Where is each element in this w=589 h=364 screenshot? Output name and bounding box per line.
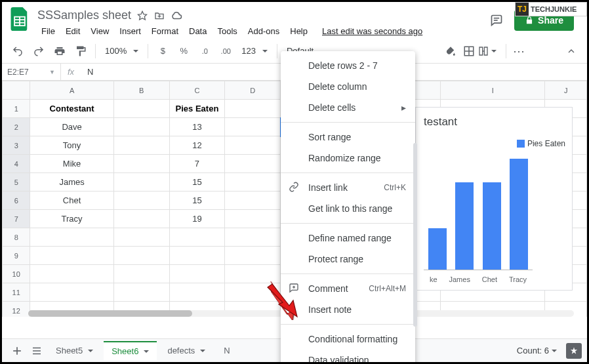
lock-icon: [525, 16, 534, 25]
increase-decimals-button[interactable]: .00: [216, 42, 235, 60]
decrease-decimals-button[interactable]: .0: [195, 42, 214, 60]
selection-count[interactable]: Count: 6: [517, 346, 562, 355]
menu-file[interactable]: File: [37, 25, 59, 37]
ctx-delete-cells[interactable]: Delete cells▸: [281, 97, 415, 118]
paint-format-button[interactable]: [71, 42, 90, 60]
chart[interactable]: testant Pies Eaten ke James Chet Tracy: [415, 107, 573, 291]
cloud-status-icon[interactable]: [171, 10, 182, 22]
menu-view[interactable]: View: [87, 25, 113, 37]
comments-button[interactable]: [487, 10, 506, 30]
col-header: D: [225, 81, 281, 100]
watermark-logo: TJ: [516, 3, 529, 16]
add-sheet-button[interactable]: [7, 341, 27, 361]
watermark: TJ TECHJUNKIE: [515, 2, 587, 16]
borders-button[interactable]: [460, 42, 478, 60]
formula-input[interactable]: N: [81, 67, 93, 77]
link-icon: [289, 182, 300, 194]
ctx-get-link[interactable]: Get link to this range: [281, 198, 415, 219]
share-label: Share: [538, 15, 563, 26]
number-format-select[interactable]: 123: [237, 46, 272, 56]
redo-button[interactable]: [30, 42, 48, 60]
fill-color-button[interactable]: [441, 42, 460, 60]
ctx-conditional-formatting[interactable]: Conditional formatting: [281, 329, 415, 350]
more-button[interactable]: ⋯: [510, 42, 528, 60]
ctx-randomize-range[interactable]: Randomize range: [281, 148, 415, 169]
header: SSSamples sheet File Edit View Insert Fo…: [2, 2, 587, 39]
bar: [455, 182, 474, 270]
doc-title[interactable]: SSSamples sheet: [37, 9, 131, 22]
menu-tools[interactable]: Tools: [213, 25, 241, 37]
bar: [510, 159, 528, 270]
star-icon[interactable]: [136, 10, 148, 22]
ctx-insert-link[interactable]: Insert linkCtrl+K: [281, 177, 415, 198]
menu-format[interactable]: Format: [148, 25, 182, 37]
collapse-toolbar-button[interactable]: [562, 42, 580, 60]
all-sheets-button[interactable]: [27, 341, 47, 361]
bar: [428, 228, 447, 270]
move-icon[interactable]: [153, 10, 165, 22]
zoom-select[interactable]: 100%: [101, 46, 142, 56]
col-header: I: [441, 81, 545, 100]
ctx-delete-column[interactable]: Delete column: [281, 76, 415, 97]
col-header: C: [169, 81, 225, 100]
ctx-protect-range[interactable]: Protect range: [281, 249, 415, 270]
menu-edit[interactable]: Edit: [62, 25, 84, 37]
percent-button[interactable]: %: [174, 42, 193, 60]
chart-title: testant: [424, 115, 564, 129]
menu-addons[interactable]: Add-ons: [244, 25, 283, 37]
tab-next[interactable]: N: [216, 342, 237, 359]
chart-legend: Pies Eaten: [517, 139, 565, 148]
print-button[interactable]: [51, 42, 69, 60]
col-header: J: [545, 81, 587, 100]
ctx-data-validation[interactable]: Data validation: [281, 350, 415, 364]
merge-button[interactable]: [478, 42, 497, 60]
menu-data[interactable]: Data: [185, 25, 211, 37]
tab-defects[interactable]: defects: [159, 342, 213, 359]
bar: [483, 182, 501, 270]
name-box[interactable]: E2:E7▼: [2, 64, 61, 80]
col-header: A: [30, 81, 113, 100]
chart-bars: [424, 159, 533, 270]
watermark-text: TECHJUNKIE: [531, 5, 577, 13]
menu-insert[interactable]: Insert: [115, 25, 145, 37]
sheets-logo-icon[interactable]: [9, 6, 31, 32]
currency-button[interactable]: $: [153, 42, 172, 60]
ctx-sort-range[interactable]: Sort range: [281, 127, 415, 148]
context-menu-scrollbar[interactable]: [413, 143, 417, 327]
last-edit-link[interactable]: Last edit was seconds ago: [318, 25, 426, 37]
tab-sheet5[interactable]: Sheet5: [48, 342, 101, 359]
undo-button[interactable]: [9, 42, 27, 60]
fx-icon: fx: [61, 67, 81, 77]
chart-x-labels: ke James Chet Tracy: [424, 275, 533, 283]
menu-help[interactable]: Help: [286, 25, 312, 37]
svg-marker-12: [268, 284, 297, 317]
svg-marker-4: [138, 11, 146, 20]
ctx-delete-rows[interactable]: Delete rows 2 - 7: [281, 55, 415, 76]
col-header: B: [113, 81, 169, 100]
menu-bar: File Edit View Insert Format Data Tools …: [35, 22, 426, 39]
ctx-named-range[interactable]: Define named range: [281, 228, 415, 249]
chevron-right-icon: ▸: [401, 102, 406, 113]
tab-sheet6[interactable]: Sheet6: [104, 341, 157, 360]
legend-swatch-icon: [517, 140, 525, 148]
explore-button[interactable]: [566, 343, 582, 359]
annotation-arrow-icon: [264, 281, 304, 322]
